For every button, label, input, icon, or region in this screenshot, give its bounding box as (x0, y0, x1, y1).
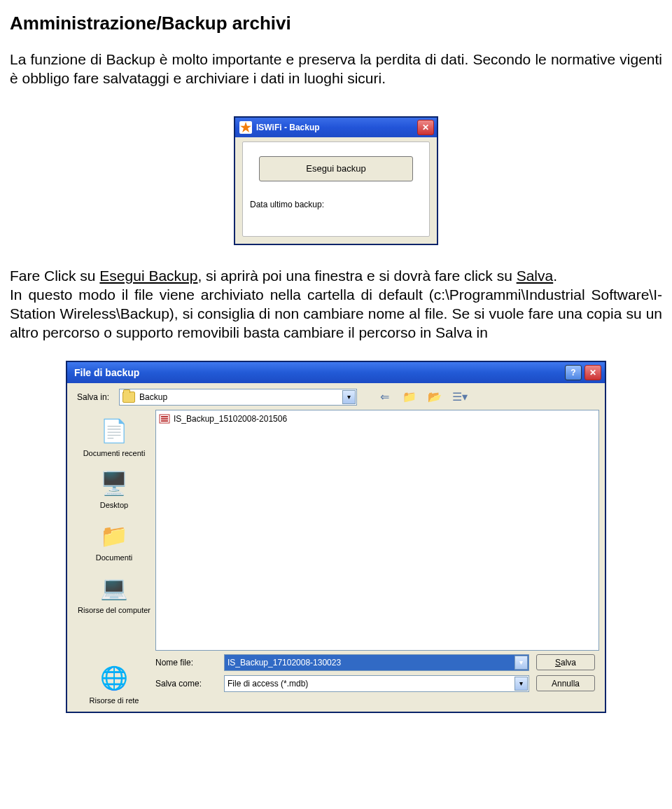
new-folder-icon[interactable]: 📂 (427, 389, 442, 405)
folder-dropdown[interactable]: Backup ▾ (119, 389, 357, 406)
chevron-down-icon[interactable]: ▾ (342, 390, 356, 404)
file-dialog-title: File di backup (74, 367, 139, 378)
page-heading: Amministrazione/Backup archivi (10, 13, 662, 34)
execute-backup-button[interactable]: Esegui backup (259, 156, 413, 181)
save-button[interactable]: Salva (536, 654, 595, 670)
chevron-down-icon[interactable]: ▾ (514, 656, 528, 670)
places-documents[interactable]: 📁 Documenti (74, 517, 154, 567)
up-folder-icon[interactable]: 📁 (402, 389, 417, 405)
filename-input[interactable]: IS_Backup_17102008-130023 ▾ (224, 654, 529, 671)
mid-text3: . (553, 268, 557, 284)
places-computer[interactable]: 💻 Risorse del computer (74, 569, 154, 619)
svg-rect-3 (161, 420, 168, 422)
backup-dialog: ★ ISWiFi - Backup ✕ Esegui backup Data u… (234, 116, 438, 245)
close-icon[interactable]: ✕ (417, 120, 434, 135)
mid-text2: , si aprirà poi una finestra e si dovrà … (197, 268, 516, 284)
close-icon[interactable]: ✕ (584, 365, 601, 380)
svg-rect-1 (161, 416, 168, 417)
file-list[interactable]: IS_Backup_15102008-201506 (155, 410, 599, 651)
database-file-icon (159, 413, 170, 424)
filetype-dropdown[interactable]: File di access (*.mdb) ▾ (224, 675, 529, 692)
esegui-backup-underline: Esegui Backup (99, 268, 197, 284)
last-backup-label: Data ultimo backup: (250, 200, 324, 209)
mid-paragraph: Fare Click su Esegui Backup, si aprirà p… (10, 266, 662, 343)
places-bar: 📄 Documenti recenti 🖥️ Desktop 📁 Documen… (73, 410, 155, 651)
desktop-icon: 🖥️ (99, 469, 129, 498)
places-recent[interactable]: 📄 Documenti recenti (74, 413, 154, 462)
svg-rect-2 (161, 418, 168, 420)
list-item[interactable]: IS_Backup_15102008-201506 (159, 413, 596, 424)
cancel-button[interactable]: Annulla (536, 675, 595, 691)
places-desktop[interactable]: 🖥️ Desktop (74, 464, 154, 514)
filename-label: Nome file: (155, 658, 217, 668)
filetype-label: Salva come: (155, 679, 217, 689)
places-network[interactable]: 🌐 Risorse di rete (74, 660, 154, 710)
documents-icon: 📁 (99, 521, 129, 551)
salva-in-label: Salva in: (77, 392, 109, 402)
recent-docs-icon: 📄 (99, 417, 129, 446)
folder-name: Backup (139, 392, 167, 402)
file-dialog-titlebar: File di backup ? ✕ (67, 362, 605, 383)
chevron-down-icon[interactable]: ▾ (514, 677, 528, 691)
intro-paragraph: La funzione di Backup è molto importante… (10, 50, 662, 88)
help-icon[interactable]: ? (565, 365, 582, 380)
back-arrow-icon[interactable]: ⇐ (377, 389, 392, 405)
network-icon: 🌐 (99, 664, 129, 693)
mid-rest: In questo modo il file viene archiviato … (10, 286, 662, 341)
file-name: IS_Backup_15102008-201506 (174, 414, 287, 424)
mid-text: Fare Click su (10, 268, 99, 284)
computer-icon: 💻 (99, 574, 129, 603)
app-star-icon: ★ (239, 121, 252, 134)
view-menu-icon[interactable]: ☰▾ (452, 389, 468, 405)
folder-icon (122, 392, 135, 403)
titlebar: ★ ISWiFi - Backup ✕ (235, 118, 437, 137)
dialog-title: ISWiFi - Backup (256, 123, 320, 132)
file-save-dialog: File di backup ? ✕ Salva in: Backup ▾ ⇐ … (66, 361, 606, 714)
salva-underline: Salva (517, 268, 554, 284)
